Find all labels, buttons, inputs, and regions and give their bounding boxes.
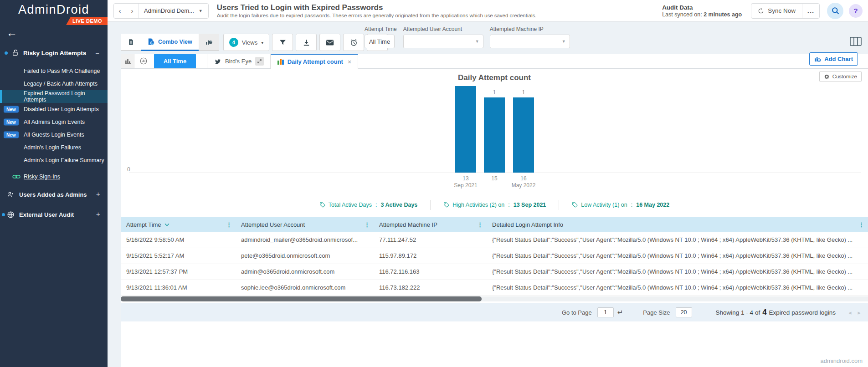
attempt-time-field[interactable]: All Time bbox=[365, 35, 395, 48]
expand-plus-icon[interactable]: + bbox=[96, 210, 100, 219]
table-row[interactable]: 5/16/2022 9:58:50 AMadmindroid_mailer@o3… bbox=[121, 232, 868, 248]
add-chart-button[interactable]: Add Chart bbox=[809, 52, 858, 66]
column-menu-icon[interactable]: ⋮ bbox=[477, 221, 483, 228]
column-header-detail-info[interactable]: Detailed Login Attempt Info ⋮ bbox=[487, 217, 868, 232]
sidebar-item[interactable]: Expired Password Login Attempts bbox=[0, 90, 108, 103]
sidebar-item[interactable]: NewDisabled User Login Attempts bbox=[0, 103, 108, 116]
new-badge: New bbox=[4, 119, 19, 126]
filters: Attempt Time All Time Attempted User Acc… bbox=[365, 26, 570, 48]
goto-page-input[interactable] bbox=[597, 307, 614, 317]
table-row[interactable]: 9/13/2021 12:57:37 PMadmin@o365droid.onm… bbox=[121, 264, 868, 280]
add-chart-label: Add Chart bbox=[824, 56, 853, 62]
page-size-label: Page Size bbox=[643, 309, 670, 316]
alarm-clock-icon bbox=[350, 39, 358, 46]
attempted-machine-ip-select[interactable]: ▼ bbox=[490, 35, 570, 48]
scrollbar-thumb[interactable] bbox=[121, 296, 482, 301]
schedule-button[interactable] bbox=[343, 34, 364, 51]
goto-page-label: Go to Page bbox=[562, 309, 592, 316]
chart-type-bar-button[interactable] bbox=[121, 54, 134, 68]
close-icon[interactable]: × bbox=[348, 58, 351, 66]
nav-back-icon[interactable]: ‹ bbox=[114, 4, 126, 18]
sidebar-item-label: All Guests Login Events bbox=[24, 132, 84, 138]
collapse-icon[interactable]: − bbox=[95, 49, 99, 57]
table-row[interactable]: 9/15/2021 5:52:17 AMpete@o365droid.onmic… bbox=[121, 248, 868, 264]
filter-label: Attempted User Account bbox=[403, 26, 483, 32]
column-menu-icon[interactable]: ⋮ bbox=[364, 221, 370, 228]
views-dropdown[interactable]: 4 Views ▾ bbox=[223, 34, 269, 51]
filter-label: Attempted Machine IP bbox=[490, 26, 570, 32]
help-button[interactable]: ? bbox=[849, 4, 863, 18]
sidebar-item[interactable]: NewAll Guests Login Events bbox=[0, 128, 108, 141]
download-button[interactable] bbox=[296, 34, 317, 51]
chart-bar[interactable] bbox=[484, 97, 505, 173]
views-label: Views bbox=[242, 39, 257, 46]
x-axis-line bbox=[129, 173, 861, 173]
table-cell: 9/15/2021 5:52:17 AM bbox=[121, 248, 236, 264]
document-icon bbox=[128, 38, 134, 46]
sidebar-item[interactable]: Legacy / Basic Auth Attempts bbox=[0, 77, 108, 90]
stat-colon: : bbox=[631, 202, 632, 208]
chart-type-circle-button[interactable] bbox=[137, 54, 150, 68]
tab-birds-eye-label: Bird's Eye bbox=[225, 58, 252, 65]
title-block: Users Tried to Login with Expired Passwo… bbox=[217, 3, 537, 19]
more-options-button[interactable]: ... bbox=[802, 4, 819, 18]
attempted-user-account-select[interactable]: ▼ bbox=[403, 35, 483, 48]
topbar: ‹ › AdminDroid Dem... ▼ Users Tried to L… bbox=[108, 0, 868, 22]
table-cell: 5/16/2022 9:58:50 AM bbox=[121, 232, 236, 248]
sync-now-button[interactable]: Sync Now bbox=[751, 4, 802, 18]
search-button[interactable] bbox=[827, 3, 843, 19]
table-cell: 77.111.247.52 bbox=[374, 232, 487, 248]
data-grid: Attempt Time ⋮ Attempted User Account ⋮ bbox=[121, 217, 868, 296]
column-menu-icon[interactable]: ⋮ bbox=[858, 221, 864, 228]
table-row[interactable]: 9/13/2021 11:36:01 AMsophie.lee@o365droi… bbox=[121, 280, 868, 296]
expand-plus-icon[interactable]: + bbox=[96, 190, 100, 199]
combo-view-tab[interactable]: Combo View bbox=[141, 34, 199, 51]
tab-daily-attempt-label: Daily Attempt count bbox=[288, 58, 343, 65]
column-chooser-button[interactable] bbox=[850, 37, 862, 48]
table-cell: pete@o365droid.onmicrosoft.com bbox=[236, 248, 374, 264]
grid-view-tab[interactable] bbox=[121, 34, 141, 50]
sidebar-back-icon[interactable]: ← bbox=[6, 27, 17, 38]
tag-icon bbox=[443, 202, 450, 208]
sidebar-item[interactable]: NewAll Admins Login Events bbox=[0, 116, 108, 128]
goto-page-submit-icon[interactable]: ↵ bbox=[617, 308, 623, 316]
nav-forward-icon[interactable]: › bbox=[126, 4, 139, 18]
sidebar-item[interactable]: Admin's Login Failure Summary bbox=[0, 154, 108, 167]
tab-daily-attempt-count[interactable]: Daily Attempt count × bbox=[271, 54, 358, 69]
circle-chart-icon bbox=[139, 57, 148, 65]
x-axis-tick-label: 16May 2022 bbox=[503, 175, 544, 189]
sidebar-section-users-added[interactable]: Users Added as Admins + bbox=[0, 187, 108, 202]
breadcrumb: ‹ › AdminDroid Dem... ▼ bbox=[113, 3, 209, 19]
sidebar-section-external-audit[interactable]: External User Audit + bbox=[0, 207, 108, 222]
sidebar-item[interactable]: Failed to Pass MFA Challenge bbox=[0, 65, 108, 77]
sidebar-section-label: External User Audit bbox=[19, 211, 74, 218]
table-cell: admin@o365droid.onmicrosoft.com bbox=[236, 264, 374, 280]
page-size-input[interactable] bbox=[676, 307, 692, 317]
report-toolbar: Combo View 4 Views ▾ bbox=[121, 34, 388, 51]
sidebar-item[interactable]: Admin's Login Failures bbox=[0, 141, 108, 154]
users-icon bbox=[7, 191, 15, 198]
chart-bar[interactable] bbox=[513, 97, 534, 173]
view-switcher: Combo View bbox=[121, 34, 219, 51]
tab-birds-eye[interactable]: Bird's Eye bbox=[207, 54, 271, 68]
chart-view-tab[interactable] bbox=[199, 34, 219, 50]
column-header-attempt-time[interactable]: Attempt Time ⋮ bbox=[121, 217, 236, 232]
tag-icon bbox=[319, 202, 326, 208]
sidebar-section-risky-login[interactable]: Risky Login Attempts − bbox=[0, 46, 108, 60]
column-menu-icon[interactable]: ⋮ bbox=[226, 221, 232, 228]
filter-button[interactable] bbox=[272, 34, 293, 51]
mail-icon bbox=[326, 39, 334, 46]
email-button[interactable] bbox=[319, 34, 340, 51]
prev-page-icon[interactable]: ◂ bbox=[848, 309, 852, 316]
expand-icon[interactable] bbox=[255, 57, 264, 66]
table-cell: 9/13/2021 11:36:01 AM bbox=[121, 280, 236, 296]
filter-attempt-time: Attempt Time All Time bbox=[365, 26, 397, 48]
chart-bar[interactable] bbox=[455, 86, 476, 173]
sidebar-item[interactable]: Risky Sign-Ins bbox=[0, 169, 108, 184]
column-header-user-account[interactable]: Attempted User Account ⋮ bbox=[236, 217, 374, 232]
next-page-icon[interactable]: ▸ bbox=[858, 309, 861, 316]
chevron-down-icon: ▼ bbox=[562, 39, 566, 44]
tab-all-time[interactable]: All Time bbox=[154, 54, 196, 68]
tenant-selector[interactable]: AdminDroid Dem... ▼ bbox=[139, 4, 208, 18]
column-header-machine-ip[interactable]: Attempted Machine IP ⋮ bbox=[374, 217, 487, 232]
